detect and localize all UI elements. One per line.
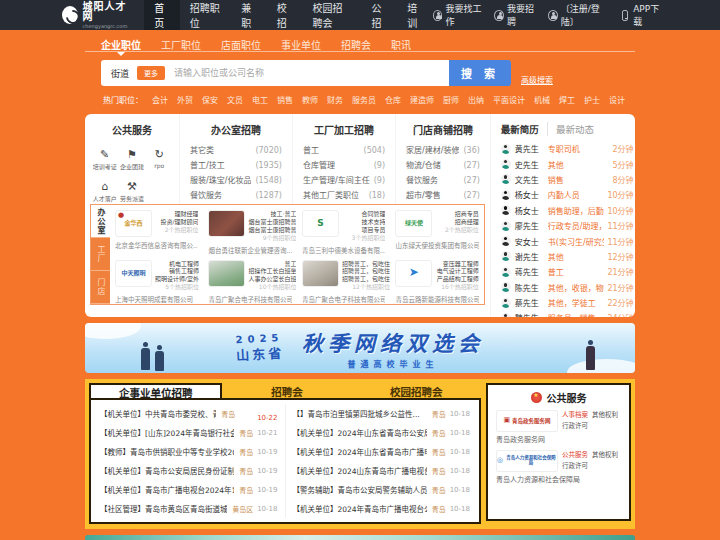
more-button[interactable]: 更多: [137, 66, 165, 80]
search-tab[interactable]: 职讯: [391, 37, 411, 51]
public-service-item[interactable]: ✎ 培训考证: [91, 143, 118, 171]
hot-keyword-link[interactable]: 设计: [609, 94, 625, 105]
hot-keyword-link[interactable]: 外贸: [177, 94, 193, 105]
nav-item[interactable]: 校园招聘会: [302, 0, 361, 30]
search-tab[interactable]: 店面职位: [221, 37, 261, 51]
nav-item[interactable]: 公招: [362, 0, 398, 30]
announcement-row[interactable]: 【机关单位】青岛市公安局居民身份证制证所2... 青岛 10-19: [100, 461, 278, 480]
company-card[interactable]: S 合同管理 技术支持 项目专员 3个热招职位 青岛三利中德美水设备有限...: [297, 205, 390, 255]
job-fair-banner-bottom[interactable]: 2025 秋季网络双选会: [85, 535, 635, 540]
hot-keyword-link[interactable]: 电工: [252, 94, 268, 105]
company-card[interactable]: 中天照明 机电工程师 销售工程师 照明设计师/室外 5个热招职位 上海中天照明成…: [110, 255, 203, 305]
announcement-row[interactable]: 【】青岛市泊里镇第四批城乡公益性... 青岛 10-18: [293, 404, 471, 423]
hot-keyword-link[interactable]: 厨师: [443, 94, 459, 105]
hot-keyword-link[interactable]: 保安: [202, 94, 218, 105]
category-row[interactable]: 餐饮服务 (27): [406, 173, 480, 188]
search-input[interactable]: [174, 68, 449, 78]
site-logo[interactable]: 城阳人才网 chengyangrc.com: [62, 2, 130, 29]
search-tab[interactable]: 工厂职位: [161, 37, 201, 51]
resume-row[interactable]: 史先生 其他 5分钟: [501, 156, 634, 171]
hot-keyword-link[interactable]: 财务: [327, 94, 343, 105]
category-row[interactable]: 其他工厂类职位 (18): [303, 188, 385, 203]
company-card[interactable]: 普工 招操作工长白班坐 人事办公室长白班 10个热招职位 青岛广聚合电子科技有限…: [203, 255, 296, 305]
nav-item[interactable]: 培训: [397, 0, 433, 30]
search-tab[interactable]: 招聘会: [341, 37, 371, 51]
public-service-item[interactable]: ⚑ 企业团建: [118, 143, 145, 171]
hot-keyword-link[interactable]: 服务员: [352, 94, 376, 105]
resume-row[interactable]: 陈先生 其他，收银，物流... 21分钟: [501, 280, 634, 295]
public-service-item[interactable]: ⚒ 劳务派遣: [118, 175, 145, 203]
public-service-item[interactable]: ↻ rpo: [146, 143, 173, 171]
hot-keyword-link[interactable]: 仓库: [385, 94, 401, 105]
resume-row[interactable]: 魏先生 服务员，销售，司... 24分钟: [501, 310, 634, 317]
category-row[interactable]: 餐饮服务 (1287): [190, 188, 282, 203]
public-service-item[interactable]: ⌂ 人才落户: [91, 175, 118, 203]
topbar-action-link[interactable]: APP下载: [620, 2, 662, 28]
category-row[interactable]: 超市/零售 (27): [406, 188, 480, 203]
company-card[interactable]: 技工·普工 烟台富士康招聘普 烟台富士康招聘普 9个热招职位 烟台勇往联新企业管…: [203, 205, 296, 255]
category-row[interactable]: 普工 (504): [303, 143, 385, 158]
company-hot-count: 9个热招职位: [248, 234, 296, 242]
resume-row[interactable]: 杨女士 内勤人员 10分钟: [501, 187, 634, 202]
search-tab[interactable]: 企业职位: [101, 37, 141, 51]
hot-keyword-link[interactable]: 销售: [277, 94, 293, 105]
category-row[interactable]: 仓库管理 (9): [303, 158, 385, 173]
resume-row[interactable]: 杨女士 销售助理，后勤，... 10分钟: [501, 203, 634, 218]
resume-row[interactable]: 廖先生 行政专员/助理，... 11分钟: [501, 218, 634, 233]
sidebar-tab[interactable]: 最新简历: [501, 122, 539, 136]
resume-row[interactable]: 黄先生 专职司机 2分钟: [501, 141, 634, 156]
category-row[interactable]: 普工/技工 (1935): [190, 158, 282, 173]
hot-keyword-link[interactable]: 护士: [584, 94, 600, 105]
announcement-row[interactable]: 【机关单位】青岛市广播电视台2024年10月公... 青岛 10-19: [100, 480, 278, 499]
resume-row[interactable]: 谢先生 其他 12分钟: [501, 249, 634, 264]
resume-row[interactable]: 蔡先生 其他，学徒工 22分钟: [501, 295, 634, 310]
category-row[interactable]: 其它类 (7020): [190, 143, 282, 158]
topbar-action-link[interactable]: 我要找工作: [433, 2, 484, 28]
company-card[interactable]: 绿天使 招商专员 招商经理 2个热招职位 山东绿天使投资集团有限公司: [390, 205, 483, 255]
hot-keyword-link[interactable]: 教师: [302, 94, 318, 105]
announcement-row[interactable]: 【机关单位】[山东]2024年青岛银行社会招聘公... 青岛 10-21: [100, 423, 278, 442]
category-row[interactable]: 家居/建材/装修 (36): [406, 143, 480, 158]
topbar-action-link[interactable]: 我要招聘: [494, 2, 537, 28]
announcement-row[interactable]: 【警务辅助】青岛市公安局警务辅助人员招录... 青岛 10-18: [293, 480, 471, 499]
company-card[interactable]: ➤ 变压器工程师 电气设计工程师 产品结构工程师 16个热招职位 青岛云路新能源…: [390, 255, 483, 305]
company-side-tab[interactable]: 门店: [91, 271, 110, 304]
announcement-row[interactable]: 【机关单位】2024年山东省青岛市公安局所属... 青岛 10-18: [293, 423, 471, 442]
nav-item[interactable]: 招聘职位: [180, 0, 231, 30]
announcement-row[interactable]: 【机关单位】中共青岛市委党校、青岛行政学... 青岛 10-22: [100, 404, 278, 423]
job-fair-banner[interactable]: 2025 山东省 秋季网络双选会 普通高校毕业生: [85, 323, 635, 373]
announcement-row[interactable]: 【机关单位】2024年青岛市广播电视台公开招... 青岛 10-18: [293, 499, 471, 518]
hot-keyword-link[interactable]: 焊工: [559, 94, 575, 105]
company-side-tab[interactable]: 办公室: [91, 205, 110, 238]
resume-row[interactable]: 文先生 销售 8分钟: [501, 172, 634, 187]
announcement-row[interactable]: 【机关单位】2024年山东省青岛市广播电视台... 青岛 10-18: [293, 442, 471, 461]
resume-row[interactable]: 蒋先生 普工 21分钟: [501, 264, 634, 279]
sidebar-tab[interactable]: 最新动态: [547, 122, 594, 136]
resume-row[interactable]: 安女士 书(实习生/研究生(... 11分钟: [501, 233, 634, 248]
hot-keyword-link[interactable]: 机械: [534, 94, 550, 105]
company-card[interactable]: 招聘普工，包吃住 招聘普工，包吃住 招聘普工，包吃住 12个热招职位 青岛广聚合…: [297, 255, 390, 305]
category-row[interactable]: 服装/珠宝/化妆品 (1548): [190, 173, 282, 188]
announcement-row[interactable]: 【教师】青岛市供销职业中等专业学校202... 青岛 10-19: [100, 442, 278, 461]
advanced-search-link[interactable]: 高级搜索: [521, 74, 553, 85]
company-side-tab[interactable]: 工厂: [91, 238, 110, 271]
nav-item[interactable]: 兼职: [231, 0, 267, 30]
search-tab[interactable]: 事业单位: [281, 37, 321, 51]
company-card[interactable]: 金华西 理财经理 投资/理财顾问 2个热招职位 北京金华西信息咨询有限公...: [110, 205, 203, 255]
category-row[interactable]: 物流/仓储 (27): [406, 158, 480, 173]
category-row[interactable]: 生产管理/车间主任 (9): [303, 173, 385, 188]
announcement-row[interactable]: 【机关单位】2024山东青岛市广播电视台招聘... 青岛 10-18: [293, 461, 471, 480]
location-select[interactable]: 街道: [111, 67, 129, 80]
nav-item[interactable]: 校招: [267, 0, 303, 30]
topbar-action-link[interactable]: 〔注册/登陆〕: [548, 2, 609, 28]
hot-keyword-link[interactable]: 平面设计: [493, 94, 525, 105]
hot-keyword-link[interactable]: 文员: [227, 94, 243, 105]
public-service-card[interactable]: 青岛人力资源和社会保障局 公共服务其他权利 行政许可 青岛人力资源和社会保障局: [496, 450, 621, 484]
hot-keyword-link[interactable]: 建造师: [410, 94, 434, 105]
hot-keyword-link[interactable]: 会计: [152, 94, 168, 105]
public-service-card[interactable]: 青岛政务服务网 人事档案其他权利 行政许可 青岛政务服务网: [496, 410, 621, 444]
nav-item[interactable]: 首页: [144, 0, 180, 30]
announcement-row[interactable]: 【社区管理】青岛市黄岛区青岛街道城镇公益... 黄岛区 10-18: [100, 499, 278, 518]
hot-keyword-link[interactable]: 出纳: [468, 94, 484, 105]
search-button[interactable]: 搜 索: [449, 60, 511, 86]
